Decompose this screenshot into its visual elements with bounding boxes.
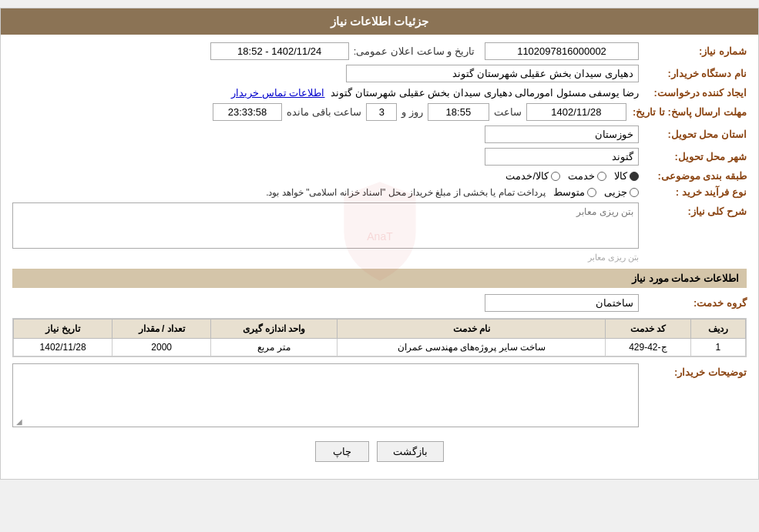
back-button[interactable]: بازگشت	[377, 441, 444, 462]
deadline-remaining-label: ساعت باقی مانده	[287, 106, 361, 118]
services-table-container: ردیف کد خدمت نام خدمت واحد اندازه گیری ت…	[12, 318, 747, 357]
creator-label: ایجاد کننده درخواست:	[639, 87, 747, 99]
category-row: طبقه بندی موضوعی: کالا خدمت کالا/خدمت	[12, 170, 747, 182]
city-label: شهر محل تحویل:	[639, 151, 747, 162]
announce-date-label: تاریخ و ساعت اعلان عمومی:	[354, 45, 475, 57]
process-value-container: جزیی متوسط پرداخت تمام یا بخشی از مبلغ خ…	[12, 186, 639, 198]
cell-unit: متر مربع	[211, 339, 338, 356]
page-wrapper: جزئیات اطلاعات نیاز شماره نیاز: 11020978…	[0, 8, 759, 480]
deadline-value-container: 1402/11/28 ساعت 18:55 روز و 3 ساعت باقی …	[12, 103, 626, 121]
cell-need-date: 1402/11/28	[14, 339, 113, 356]
col-row-num: ردیف	[690, 320, 745, 339]
buyer-notes-textarea[interactable]	[16, 367, 635, 421]
process-options: جزیی متوسط	[553, 186, 639, 198]
city-row: شهر محل تحویل: گتوند	[12, 148, 747, 166]
deadline-label: مهلت ارسال پاسخ: تا تاریخ:	[626, 106, 747, 118]
creator-value-container: رضا یوسفی مسئول امورمالی دهیاری سیدان بخ…	[12, 87, 639, 99]
process-motavaset-label: متوسط	[553, 186, 585, 198]
category-kala-khedmat-radio[interactable]	[551, 172, 560, 181]
buyer-notes-row: توضیحات خریدار: ◢	[12, 363, 747, 427]
province-value: خوزستان	[485, 125, 639, 143]
process-motavaset-radio[interactable]	[587, 188, 596, 197]
description-section: AnaT شرح کلی نیاز: بتن ریزی معابر	[12, 202, 747, 263]
creator-row: ایجاد کننده درخواست: رضا یوسفی مسئول امو…	[12, 87, 747, 99]
announce-date-value: 1402/11/24 - 18:52	[210, 42, 349, 60]
col-service-code: کد خدمت	[606, 320, 690, 339]
col-unit: واحد اندازه گیری	[211, 320, 338, 339]
button-row: بازگشت چاپ	[12, 432, 747, 471]
table-header-row: ردیف کد خدمت نام خدمت واحد اندازه گیری ت…	[14, 320, 746, 339]
province-label: استان محل تحویل:	[639, 129, 747, 140]
deadline-days: 3	[366, 103, 397, 121]
category-kala[interactable]: کالا	[614, 170, 639, 182]
province-value-container: خوزستان	[12, 125, 639, 143]
services-header: اطلاعات خدمات مورد نیاز	[12, 269, 747, 288]
description-textarea[interactable]	[12, 202, 639, 249]
page-header: جزئیات اطلاعات نیاز	[1, 8, 758, 35]
table-row: 1 ج-42-429 ساخت سایر پروژه‌های مهندسی عم…	[14, 339, 746, 356]
process-jozi[interactable]: جزیی	[604, 186, 639, 198]
page-title: جزئیات اطلاعات نیاز	[331, 15, 428, 28]
category-khedmat-label: خدمت	[568, 170, 595, 182]
need-number-row: شماره نیاز: 1102097816000002 تاریخ و ساع…	[12, 42, 747, 60]
province-row: استان محل تحویل: خوزستان	[12, 125, 747, 143]
category-kala-khedmat-label: کالا/خدمت	[505, 170, 549, 182]
deadline-days-label: روز و	[401, 106, 423, 118]
service-group-row: گروه خدمت: ساختمان	[12, 294, 747, 312]
col-service-name: نام خدمت	[338, 320, 606, 339]
services-table: ردیف کد خدمت نام خدمت واحد اندازه گیری ت…	[13, 319, 746, 356]
description-placeholder-text: بتن ریزی معابر	[12, 253, 639, 263]
buyer-org-value: دهیاری سیدان بخش عقیلی شهرستان گتوند	[346, 65, 639, 82]
process-label: نوع فرآیند خرید :	[639, 186, 747, 198]
col-quantity: تعداد / مقدار	[113, 320, 211, 339]
category-kala-radio[interactable]	[630, 172, 639, 181]
creator-value: رضا یوسفی مسئول امورمالی دهیاری سیدان بخ…	[331, 87, 639, 99]
process-jozi-radio[interactable]	[630, 188, 639, 197]
category-kala-khedmat[interactable]: کالا/خدمت	[505, 170, 560, 182]
deadline-remaining: 23:33:58	[213, 103, 282, 121]
service-group-value: ساختمان	[485, 294, 639, 312]
contact-link[interactable]: اطلاعات تماس خریدار	[231, 87, 324, 99]
buyer-org-label: نام دستگاه خریدار:	[639, 68, 747, 79]
deadline-row: مهلت ارسال پاسخ: تا تاریخ: 1402/11/28 سا…	[12, 103, 747, 121]
cell-service-name: ساخت سایر پروژه‌های مهندسی عمران	[338, 339, 606, 356]
cell-row-num: 1	[690, 339, 745, 356]
print-button[interactable]: چاپ	[315, 441, 369, 462]
buyer-org-row: نام دستگاه خریدار: دهیاری سیدان بخش عقیل…	[12, 65, 747, 82]
process-row: نوع فرآیند خرید : جزیی متوسط پرداخت تمام…	[12, 186, 747, 198]
need-number-value-container: 1102097816000002 تاریخ و ساعت اعلان عموم…	[12, 42, 639, 60]
cell-service-code: ج-42-429	[606, 339, 690, 356]
category-kala-label: کالا	[614, 170, 627, 182]
category-khedmat[interactable]: خدمت	[568, 170, 606, 182]
process-motavaset[interactable]: متوسط	[553, 186, 596, 198]
buyer-org-value-container: دهیاری سیدان بخش عقیلی شهرستان گتوند	[12, 65, 639, 82]
deadline-time-label: ساعت	[494, 106, 522, 118]
process-jozi-label: جزیی	[604, 186, 627, 198]
buyer-notes-label: توضیحات خریدار:	[639, 363, 747, 378]
category-khedmat-radio[interactable]	[597, 172, 606, 181]
buyer-notes-area: ◢	[12, 363, 639, 427]
deadline-time: 18:55	[428, 103, 489, 121]
service-group-label: گروه خدمت:	[639, 297, 747, 309]
description-container: بتن ریزی معابر	[12, 202, 639, 263]
deadline-date: 1402/11/28	[526, 103, 626, 121]
col-need-date: تاریخ نیاز	[14, 320, 113, 339]
process-note: پرداخت تمام یا بخشی از مبلغ خریداز محل "…	[266, 187, 546, 198]
need-number-value: 1102097816000002	[485, 42, 639, 60]
need-number-label: شماره نیاز:	[639, 45, 747, 57]
city-value-container: گتوند	[12, 148, 639, 166]
cell-quantity: 2000	[113, 339, 211, 356]
category-label: طبقه بندی موضوعی:	[639, 170, 747, 182]
description-label: شرح کلی نیاز:	[639, 202, 747, 217]
resize-handle[interactable]: ◢	[15, 417, 22, 425]
content-area: شماره نیاز: 1102097816000002 تاریخ و ساع…	[1, 35, 758, 479]
category-options: کالا خدمت کالا/خدمت	[12, 170, 639, 182]
city-value: گتوند	[485, 148, 639, 166]
